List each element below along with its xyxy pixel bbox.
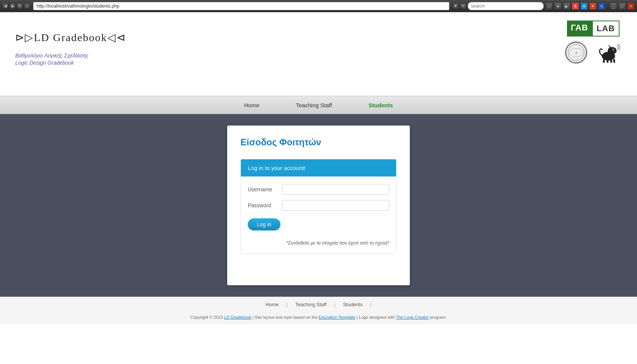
brand-icon: S <box>572 2 579 10</box>
login-button[interactable]: Log in <box>248 218 280 230</box>
svg-rect-10 <box>610 60 612 63</box>
layout-text: Site layout and style based on the <box>255 315 317 319</box>
copyright-text: Copyright © 2015 <box>190 315 223 319</box>
minimize-button[interactable]: _ <box>610 2 617 10</box>
card-title: Είσοδος Φοιτητών <box>240 137 397 148</box>
nav-students[interactable]: Students <box>365 97 396 113</box>
footer-sep-2: | <box>334 302 335 307</box>
footer-nav-teaching[interactable]: Teaching Staff <box>295 302 326 307</box>
logo-text: Logo designed with <box>359 315 395 319</box>
subtitle-english: Logic Design Gradebook <box>15 60 126 66</box>
login-box: Log in to your account! Username Passwor… <box>240 159 397 254</box>
footer-copyright: Copyright © 2015 LD Gradebook | Site lay… <box>0 312 637 324</box>
page-header: ⊳▷LD Gradebook◁⊲ Βαθμολόγιο Λογικής Σχεδ… <box>0 12 637 96</box>
bookmark-icon[interactable]: ★ <box>554 2 562 10</box>
site-name-link[interactable]: LD Gradebook <box>224 315 252 319</box>
svg-rect-8 <box>603 59 605 63</box>
footer-nav-home[interactable]: Home <box>266 302 279 307</box>
back-button[interactable]: ◀ <box>2 3 8 9</box>
home-button[interactable]: ⌂ <box>24 3 30 9</box>
nav-home[interactable]: Home <box>241 97 263 113</box>
forward-button[interactable]: ▶ <box>10 3 16 9</box>
lab-label: LAB <box>592 21 619 37</box>
login-note: *Συνδεθείτε με τα στοιχεία που έχετε από… <box>248 240 389 246</box>
template-link[interactable]: Education Template <box>319 315 355 319</box>
svg-point-5 <box>613 51 617 53</box>
logo-creator-link[interactable]: The Logo Creator <box>396 315 429 319</box>
login-box-header: Log in to your account! <box>241 159 396 176</box>
maximize-button[interactable]: □ <box>618 2 626 10</box>
search-input[interactable] <box>468 2 544 10</box>
login-card: Είσοδος Φοιτητών Log in to your account!… <box>227 126 410 285</box>
ext-icon-3[interactable]: S <box>598 2 605 10</box>
username-input[interactable] <box>282 184 389 195</box>
svg-rect-11 <box>613 59 615 63</box>
site-title: ⊳▷LD Gradebook◁⊲ <box>15 31 126 44</box>
fab-lab-logo: ΓΑΒ LAB <box>566 20 620 37</box>
browser-chrome: ◀ ▶ ↻ ⌂ ▼ ↻ ⌂ ★ ▶ S G ✦ S _ □ ✕ <box>0 0 637 12</box>
program-text: program. <box>430 315 447 319</box>
header-logos: ΓΑΒ LAB ⚛ <box>565 20 622 64</box>
main-content: Είσοδος Φοιτητών Log in to your account!… <box>0 114 637 297</box>
footer-nav-students[interactable]: Students <box>343 302 362 307</box>
home-icon[interactable]: ⌂ <box>545 2 553 10</box>
site-title-area: ⊳▷LD Gradebook◁⊲ Βαθμολόγιο Λογικής Σχεδ… <box>15 20 126 66</box>
footer-nav: Home | Teaching Staff | Students | <box>0 297 637 312</box>
fab-label: ΓΑΒ <box>567 21 592 37</box>
arrow-icon[interactable]: ▶ <box>563 2 570 10</box>
nav-bar: Home Teaching Staff Students <box>0 96 637 114</box>
reload-button[interactable]: ↻ <box>17 3 23 9</box>
footer-sep-1: | <box>287 302 288 307</box>
url-bar[interactable] <box>33 2 449 10</box>
ext-icon-1[interactable]: G <box>580 2 588 10</box>
username-row: Username <box>248 184 389 195</box>
mascot-logo <box>595 41 622 64</box>
university-seal: ⚛ <box>565 41 588 64</box>
password-row: Password <box>248 200 389 211</box>
svg-rect-9 <box>607 60 608 63</box>
subtitle-greek: Βαθμολόγιο Λογικής Σχεδίασης <box>15 51 126 60</box>
close-button[interactable]: ✕ <box>627 2 635 10</box>
svg-text:⚛: ⚛ <box>575 51 578 55</box>
username-label: Username <box>248 186 278 192</box>
password-label: Password <box>248 202 278 208</box>
svg-point-7 <box>613 49 614 50</box>
refresh-button[interactable]: ↻ <box>460 3 466 9</box>
login-form: Username Password Log in *Συνδεθείτε με … <box>241 176 396 253</box>
go-button[interactable]: ▼ <box>452 3 459 9</box>
logo-container: ⚛ <box>565 41 622 64</box>
svg-line-14 <box>617 49 620 49</box>
ext-icon-2[interactable]: ✦ <box>589 2 597 10</box>
nav-teaching-staff[interactable]: Teaching Staff <box>293 97 335 113</box>
svg-line-12 <box>617 45 619 46</box>
password-input[interactable] <box>282 200 389 211</box>
footer-sep-3: | <box>370 302 371 307</box>
svg-line-13 <box>618 47 621 48</box>
